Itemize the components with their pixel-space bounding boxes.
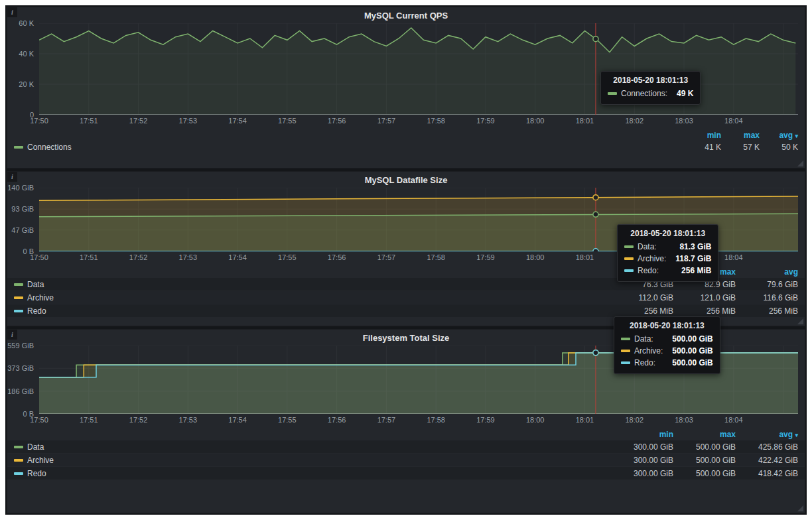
x-tick-label: 17:54 <box>228 253 247 261</box>
tooltip-time: 2018-05-20 18:01:13 <box>624 229 711 238</box>
legend-min-value: 112.0 GiB <box>611 293 673 302</box>
panel-title[interactable]: MySQL Current QPS <box>364 11 448 21</box>
legend-min-header[interactable]: min <box>611 430 673 439</box>
legend-row-data: Data 300.00 GiB 500.00 GiB 425.86 GiB <box>7 440 805 453</box>
legend-min-value: 256 MiB <box>611 306 673 316</box>
hover-point <box>593 195 598 200</box>
legend-series-data[interactable]: Data <box>14 280 44 289</box>
x-tick-label: 17:58 <box>427 416 445 424</box>
legend-avg-value: 425.86 GiB <box>736 442 798 452</box>
tooltip-time: 2018-05-20 18:01:13 <box>621 321 713 330</box>
legend-avg-label: avg <box>779 131 793 140</box>
legend-max-header[interactable]: max <box>721 131 760 140</box>
y-tick-label: 40 K <box>19 50 34 58</box>
legend-series-label: Connections <box>27 143 72 152</box>
series-color-dash <box>624 257 634 260</box>
x-tick-label: 17:56 <box>328 416 346 424</box>
resize-handle[interactable] <box>797 161 803 166</box>
x-tick-label: 18:03 <box>675 117 693 125</box>
panel-info-icon[interactable]: i <box>7 7 17 17</box>
x-tick-label: 17:59 <box>476 416 495 424</box>
tooltip-series-name: Connections: <box>621 89 667 98</box>
y-tick-label: 47 GiB <box>11 226 34 234</box>
x-tick-label: 17:52 <box>129 253 148 261</box>
x-tick-label: 18:01 <box>576 416 594 424</box>
x-tick-label: 17:54 <box>228 416 247 424</box>
y-tick-label: 186 GiB <box>7 387 34 395</box>
legend-max-value: 256 MiB <box>673 306 736 316</box>
legend-series-redo[interactable]: Redo <box>14 469 46 478</box>
panel-title[interactable]: Filesystem Total Size <box>363 333 450 343</box>
tooltip-series-row: Redo: 500.00 GiB <box>621 357 713 369</box>
x-tick-label: 17:59 <box>476 117 495 125</box>
tooltip-series-value: 500.00 GiB <box>672 358 712 367</box>
legend-stats-header: min max avg ▾ <box>7 130 805 141</box>
x-tick-label: 18:00 <box>526 117 545 125</box>
series-color-dash <box>608 92 617 95</box>
panel-info-icon[interactable]: i <box>7 330 17 340</box>
x-tick-label: 18:00 <box>526 416 545 424</box>
x-tick-label: 17:57 <box>377 253 396 261</box>
x-tick-label: 17:59 <box>476 253 495 261</box>
legend-avg-header[interactable]: avg ▾ <box>736 430 798 439</box>
x-tick-label: 17:53 <box>179 253 198 261</box>
legend-avg-value: 422.42 GiB <box>736 456 798 465</box>
x-tick-label: 17:52 <box>129 416 148 424</box>
tooltip-series-name: Redo: <box>634 358 655 367</box>
x-axis: 17:5017:5117:5217:5317:5417:5517:5617:57… <box>39 414 798 425</box>
legend-avg-value: 116.6 GiB <box>736 293 798 302</box>
panel-info-icon[interactable]: i <box>7 172 17 182</box>
legend-series-label: Redo <box>27 469 46 478</box>
legend: min max avg ▾ Connections 41 K 57 K 50 K <box>7 130 805 153</box>
series-color-dash <box>14 472 23 475</box>
tooltip-series-name: Archive: <box>638 254 666 263</box>
series-color-dash <box>624 245 634 248</box>
hover-point <box>593 350 598 356</box>
x-tick-label: 17:55 <box>278 117 297 125</box>
y-axis: 0 B47 GiB93 GiB140 GiB <box>9 188 39 263</box>
legend-series-archive[interactable]: Archive <box>14 456 54 465</box>
legend-series-label: Archive <box>27 293 54 302</box>
legend-series-connections[interactable]: Connections <box>14 143 72 152</box>
legend-row-redo: Redo 256 MiB 256 MiB 256 MiB <box>7 304 805 317</box>
legend-avg-header[interactable]: avg <box>736 267 798 277</box>
legend-series-data[interactable]: Data <box>14 442 44 452</box>
tooltip-series-name: Data: <box>634 334 653 344</box>
x-tick-label: 17:50 <box>30 117 48 125</box>
graph-tooltip-filesystem: 2018-05-20 18:01:13 Data: 500.00 GiB Arc… <box>614 316 720 374</box>
panel-title[interactable]: MySQL Datafile Size <box>365 175 448 185</box>
legend-max-header[interactable]: max <box>673 430 736 439</box>
y-tick-label: 140 GiB <box>7 184 34 192</box>
legend-min-header[interactable]: min <box>683 131 721 140</box>
legend: min max avg ▾ Data 300.00 GiB 500.00 GiB… <box>7 429 805 480</box>
grafana-dashboard: i MySQL Current QPS 020 K40 K60 K 17:501… <box>5 5 807 515</box>
x-tick-label: 17:53 <box>179 117 198 125</box>
hover-point <box>593 212 598 217</box>
legend-max-value: 57 K <box>721 143 760 152</box>
x-tick-label: 17:50 <box>30 253 48 261</box>
legend-max-value: 500.00 GiB <box>673 456 736 465</box>
graph-tooltip-qps: 2018-05-20 18:01:13 Connections: 49 K <box>600 71 701 105</box>
legend-series-label: Data <box>27 442 44 452</box>
legend-series-archive[interactable]: Archive <box>14 293 54 302</box>
legend-avg-label: avg <box>779 430 793 439</box>
tooltip-series-value: 256 MiB <box>681 266 711 275</box>
x-tick-label: 18:04 <box>724 416 743 424</box>
legend-avg-value: 256 MiB <box>736 306 798 316</box>
series-color-dash <box>14 459 23 462</box>
legend-avg-header[interactable]: avg ▾ <box>760 131 798 140</box>
legend-series-redo[interactable]: Redo <box>14 306 46 316</box>
resize-handle[interactable] <box>797 318 803 324</box>
legend-avg-value: 418.42 GiB <box>736 469 798 478</box>
graph-tooltip-datafile: 2018-05-20 18:01:13 Data: 81.3 GiB Archi… <box>617 224 718 282</box>
chevron-down-icon: ▾ <box>795 432 798 438</box>
legend-row-connections: Connections 41 K 57 K 50 K <box>7 141 805 153</box>
tooltip-series-row: Data: 500.00 GiB <box>621 333 713 345</box>
legend-stats-header: min max avg ▾ <box>7 429 805 440</box>
resize-handle[interactable] <box>797 505 803 511</box>
legend-max-value: 500.00 GiB <box>673 442 736 452</box>
y-tick-label: 20 K <box>19 80 34 88</box>
x-axis: 17:5017:5117:5217:5317:5417:5517:5617:57… <box>39 115 798 126</box>
tooltip-series-row: Redo: 256 MiB <box>624 265 711 277</box>
x-tick-label: 17:58 <box>427 253 445 261</box>
